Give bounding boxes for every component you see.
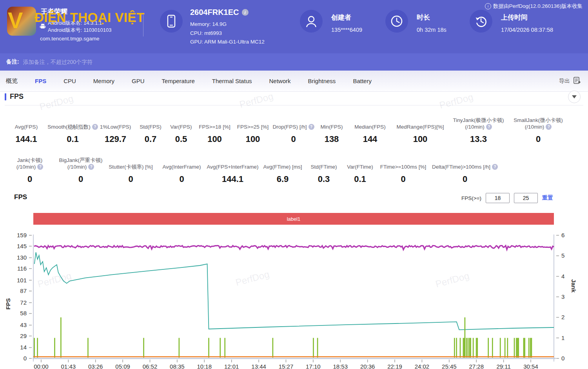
device-info-icon[interactable]: i xyxy=(242,9,249,16)
reset-link[interactable]: 重置 xyxy=(542,194,553,202)
left-tick-label: 130 xyxy=(17,254,27,261)
metric-cell: TinyJank(极微小卡顿)(/10min)?13.3 xyxy=(450,116,507,144)
metric-cell: Smooth(稳帧指数)?0.1 xyxy=(50,116,95,144)
x-tick-label: 18:53 xyxy=(333,363,348,369)
x-tick-label: 25:45 xyxy=(442,363,457,369)
metric-label: Jank(卡顿)(/10min)? xyxy=(16,156,44,170)
collapse-button[interactable] xyxy=(568,91,581,103)
info-icon: i xyxy=(485,3,491,9)
metric-value: 0 xyxy=(401,174,405,184)
x-tick-label: 06:52 xyxy=(143,363,158,369)
metric-value: 100 xyxy=(207,134,222,144)
device-model: 2604FRK1EC i xyxy=(190,8,249,17)
left-tick-label: 14 xyxy=(20,344,27,351)
fps-section-header: FPS xyxy=(5,93,24,101)
tab-gpu[interactable]: GPU xyxy=(123,78,153,84)
divider xyxy=(5,105,583,105)
metric-value: 0.3 xyxy=(318,174,330,184)
left-tick-label: 72 xyxy=(20,299,27,306)
metric-value: 129.7 xyxy=(105,134,126,144)
metric-cell: Std(FTime)0.3 xyxy=(306,156,341,184)
right-tick-label: 3 xyxy=(561,293,564,300)
header: i 数据由PerfDog(12.0.260136)版本收集 V 王者荣耀 And… xyxy=(0,0,588,53)
x-tick-label: 17:10 xyxy=(306,363,321,369)
metrics-row-2: Jank(卡顿)(/10min)?0BigJank(严重卡顿)(/10min)?… xyxy=(2,156,502,184)
x-tick-label: 29:11 xyxy=(496,363,510,369)
fps-threshold-input-2[interactable] xyxy=(514,193,538,203)
help-icon[interactable]: ? xyxy=(88,164,94,170)
metric-label: Min(FPS) xyxy=(321,116,343,130)
right-tick-label: 5 xyxy=(561,252,564,259)
left-tick-label: 43 xyxy=(20,322,27,328)
metric-cell: Jank(卡顿)(/10min)?0 xyxy=(2,156,57,184)
metric-value: 0 xyxy=(291,134,296,144)
android-version-code: Android版本号: 1103010103 xyxy=(48,27,111,34)
metric-label: Avg(FPS) xyxy=(15,116,38,130)
metric-value: 6.9 xyxy=(277,174,289,184)
fps-threshold-input-1[interactable] xyxy=(486,193,510,203)
metric-value: 0 xyxy=(78,174,83,184)
app-package: com.tencent.tmgp.sgame xyxy=(40,36,100,42)
tab-thermal-status[interactable]: Thermal Status xyxy=(203,78,261,84)
metric-cell: FTime>=100ms [%]0 xyxy=(379,156,428,184)
game-app-icon: V xyxy=(7,7,36,36)
perfdog-watermark: PerfDog xyxy=(238,91,274,110)
metric-label: Var(FTime) xyxy=(347,156,373,170)
metric-label: FPS>=25 [%] xyxy=(237,116,269,130)
tab-cpu[interactable]: CPU xyxy=(55,78,85,84)
tab-bar: 概览FPSCPUMemoryGPUTemperatureThermal Stat… xyxy=(0,71,588,92)
metric-value: 138 xyxy=(325,134,339,144)
tab-network[interactable]: Network xyxy=(260,78,299,84)
metric-label: Avg(FTime) [ms] xyxy=(263,156,302,170)
help-icon[interactable]: ? xyxy=(37,164,43,170)
x-tick-label: 22:19 xyxy=(387,363,402,369)
metric-value: 0 xyxy=(128,174,133,184)
fps-chart: 1591451301161018772584329140654321000:00… xyxy=(0,225,588,369)
help-icon[interactable]: ? xyxy=(546,124,552,130)
metric-cell: Delta(FTime)>100ms [/h]?0 xyxy=(428,156,502,184)
metric-value: 13.3 xyxy=(470,134,487,144)
device-memory: Memory: 14.9G xyxy=(190,20,265,29)
left-tick-label: 145 xyxy=(17,243,27,249)
metric-cell: Std(FPS)0.7 xyxy=(136,116,165,144)
metric-label: Drop(FPS) [/h]? xyxy=(272,116,314,130)
help-icon[interactable]: ? xyxy=(486,124,492,130)
tab-概览[interactable]: 概览 xyxy=(6,77,26,85)
tab-memory[interactable]: Memory xyxy=(85,78,123,84)
perfdog-watermark: PerfDog xyxy=(38,93,74,113)
metric-cell: FPS>=18 [%]100 xyxy=(197,116,232,144)
upload-time-value: 17/04/2026 08:37:58 xyxy=(501,27,553,33)
metric-label: BigJank(严重卡顿)(/10min)? xyxy=(59,156,102,170)
note-input[interactable] xyxy=(22,58,259,65)
left-tick-label: 87 xyxy=(20,287,27,294)
metric-cell: FPS>=25 [%]100 xyxy=(232,116,273,144)
metric-value: 144.1 xyxy=(222,174,243,184)
export-button[interactable]: 导出 xyxy=(559,71,581,91)
collect-info-text: 数据由PerfDog(12.0.260136)版本收集 xyxy=(493,3,583,10)
tab-brightness[interactable]: Brightness xyxy=(299,78,345,84)
chart-title: FPS xyxy=(14,193,27,201)
metric-value: 0 xyxy=(463,174,467,184)
right-tick-label: 1 xyxy=(561,334,564,341)
metric-label: SmallJank(微小卡顿)(/10min)? xyxy=(514,116,563,130)
metric-value: 0.1 xyxy=(67,134,79,144)
tab-fps[interactable]: FPS xyxy=(26,78,55,84)
metric-label: Var(FPS) xyxy=(170,116,192,130)
help-icon[interactable]: ? xyxy=(492,164,498,170)
right-tick-label: 2 xyxy=(561,314,564,320)
note-label: 备注: xyxy=(6,58,19,65)
right-tick-label: 0 xyxy=(561,355,564,362)
x-tick-label: 08:35 xyxy=(170,363,185,369)
metric-label: Stutter(卡顿率) [%] xyxy=(109,156,153,170)
tab-battery[interactable]: Battery xyxy=(344,78,380,84)
collect-info: i 数据由PerfDog(12.0.260136)版本收集 xyxy=(485,3,583,10)
metric-cell: Avg(FTime) [ms]6.9 xyxy=(259,156,306,184)
metric-cell: Avg(FPS)144.1 xyxy=(2,116,50,144)
note-bar: 备注: xyxy=(0,53,588,71)
export-label: 导出 xyxy=(559,78,570,85)
metric-value: 100 xyxy=(413,134,428,144)
x-tick-label: 05:09 xyxy=(115,363,130,369)
tab-temperature[interactable]: Temperature xyxy=(153,78,203,84)
metric-label: Avg(FPS+InterFrame) xyxy=(207,156,258,170)
section-accent-bar xyxy=(5,93,6,100)
